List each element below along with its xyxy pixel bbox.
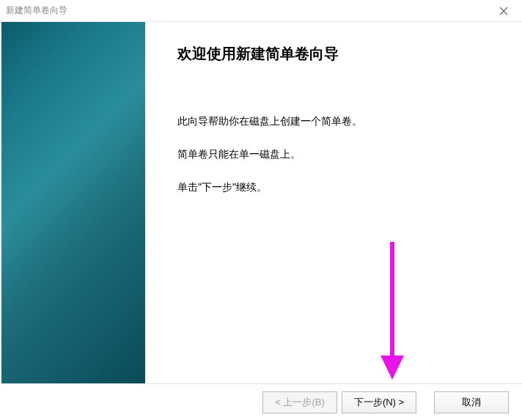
window-title: 新建简单卷向导: [6, 4, 67, 17]
wizard-side-graphic: [1, 22, 145, 383]
close-icon[interactable]: [493, 1, 515, 21]
wizard-heading: 欢迎使用新建简单卷向导: [177, 44, 493, 64]
wizard-text-1: 此向导帮助你在磁盘上创建一个简单卷。: [177, 114, 493, 129]
wizard-text-2: 简单卷只能在单一磁盘上。: [177, 147, 493, 162]
next-button[interactable]: 下一步(N) >: [342, 391, 416, 413]
wizard-text-3: 单击"下一步"继续。: [177, 180, 493, 195]
titlebar: 新建简单卷向导: [0, 0, 522, 22]
cancel-button[interactable]: 取消: [434, 391, 509, 413]
button-bar: < 上一步(B) 下一步(N) > 取消: [0, 383, 522, 420]
content-area: 欢迎使用新建简单卷向导 此向导帮助你在磁盘上创建一个简单卷。 简单卷只能在单一磁…: [0, 22, 522, 383]
back-button: < 上一步(B): [262, 391, 337, 413]
wizard-main-panel: 欢迎使用新建简单卷向导 此向导帮助你在磁盘上创建一个简单卷。 简单卷只能在单一磁…: [145, 22, 522, 383]
